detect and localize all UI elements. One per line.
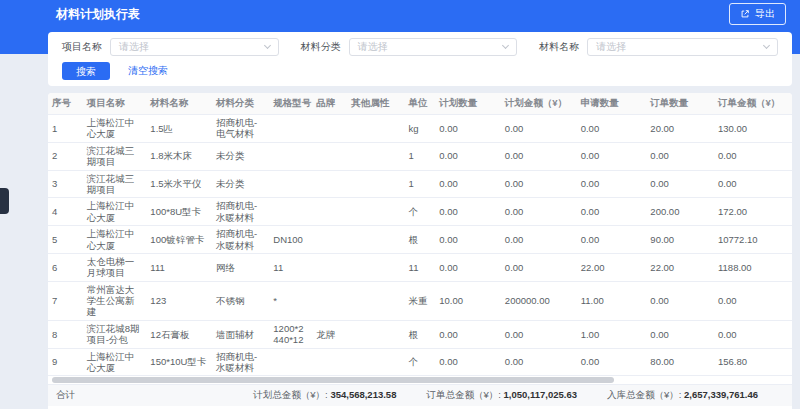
table-cell: 网络 <box>212 253 269 281</box>
table-cell: 0.00 <box>435 170 501 198</box>
table-cell: 0.00 <box>435 142 501 170</box>
table-cell: 22.00 <box>577 253 647 281</box>
table-cell: 1200*2440*12 <box>269 320 312 348</box>
table-cell: 0.00 <box>501 320 577 348</box>
table-cell: 22.00 <box>646 253 714 281</box>
table-cell: 0.00 <box>577 198 647 226</box>
table-cell <box>312 253 347 281</box>
table-row[interactable]: 6太仓电梯一月球项目111网络11110.000.0022.0022.00118… <box>48 253 792 281</box>
table-cell: 0.00 <box>646 142 714 170</box>
table-cell: 1 <box>405 142 436 170</box>
table-cell: 172.00 <box>714 198 792 226</box>
column-header: 计划金额（¥） <box>501 93 577 115</box>
column-header: 序号 <box>48 93 83 115</box>
table-cell <box>269 115 312 143</box>
table-cell: 1188.00 <box>714 253 792 281</box>
horizontal-scrollbar[interactable] <box>50 377 790 383</box>
table-cell: 0.00 <box>577 115 647 143</box>
material-category-filter: 材料分类 请选择 <box>301 38 540 56</box>
plan-total-label: 计划总金额（¥）: <box>253 389 327 400</box>
summary-row: 合计 计划总金额（¥）: 354,568,213.58 订单总金额（¥）: 1,… <box>48 384 792 406</box>
table-cell: 0.00 <box>646 320 714 348</box>
table-cell: 4 <box>48 198 83 226</box>
table-cell: 招商机电-水暖材料 <box>212 226 269 254</box>
table-cell <box>312 115 347 143</box>
column-header: 订单数量 <box>646 93 714 115</box>
table-cell: 90.00 <box>646 226 714 254</box>
material-category-select[interactable]: 请选择 <box>349 38 518 56</box>
table-cell: 3 <box>48 170 83 198</box>
table-cell: 80.00 <box>646 348 714 376</box>
horizontal-scrollbar-thumb[interactable] <box>52 377 614 383</box>
table-cell: 0.00 <box>501 226 577 254</box>
export-icon <box>740 9 750 19</box>
table-cell: 未分类 <box>212 142 269 170</box>
table-cell: 根 <box>405 320 436 348</box>
table-cell: 0.00 <box>435 198 501 226</box>
table-cell <box>347 348 404 376</box>
table-cell: 上海松江中心大厦 <box>83 198 147 226</box>
table-cell: 111 <box>146 253 212 281</box>
table-cell: 0.00 <box>501 142 577 170</box>
main-content: 项目名称 请选择 材料分类 请选择 材料名称 请选择 <box>48 32 792 409</box>
table-cell <box>347 115 404 143</box>
table-cell: 6 <box>48 253 83 281</box>
table-row[interactable]: 2滨江花城三期项目1.8米木床未分类10.000.000.000.000.00 <box>48 142 792 170</box>
search-button[interactable]: 搜索 <box>62 62 110 80</box>
table-cell <box>347 170 404 198</box>
materials-table: 序号项目名称材料名称材料分类规格型号品牌其他属性单位计划数量计划金额（¥）申请数… <box>48 93 792 376</box>
table-cell: 招商机电-水暖材料 <box>212 198 269 226</box>
table-cell: 0.00 <box>577 170 647 198</box>
table-row[interactable]: 1上海松江中心大厦1.5匹招商机电-电气材料kg0.000.000.0020.0… <box>48 115 792 143</box>
table-cell <box>347 281 404 320</box>
column-header: 品牌 <box>312 93 347 115</box>
project-name-filter: 项目名称 请选择 <box>62 38 301 56</box>
page-title: 材料计划执行表 <box>56 6 140 23</box>
column-header: 材料分类 <box>212 93 269 115</box>
summary-totals: 计划总金额（¥）: 354,568,213.58 订单总金额（¥）: 1,050… <box>253 389 784 402</box>
filter-row: 项目名称 请选择 材料分类 请选择 材料名称 请选择 <box>62 38 778 56</box>
project-name-select[interactable]: 请选择 <box>110 38 279 56</box>
table-row[interactable]: 3滨江花城三期项目1.5米水平仪未分类10.000.000.000.000.00 <box>48 170 792 198</box>
table-cell: 不锈钢 <box>212 281 269 320</box>
order-total-value: 1,050,117,025.63 <box>504 389 577 400</box>
table-cell: 200000.00 <box>501 281 577 320</box>
material-name-label: 材料名称 <box>539 40 579 54</box>
table-cell: * <box>269 281 312 320</box>
table-row[interactable]: 5上海松江中心大厦100镀锌管卡招商机电-水暖材料DN100根0.000.000… <box>48 226 792 254</box>
table-body: 1上海松江中心大厦1.5匹招商机电-电气材料kg0.000.000.0020.0… <box>48 115 792 376</box>
table-cell: 150*10U型卡 <box>146 348 212 376</box>
table-cell <box>312 281 347 320</box>
table-row[interactable]: 7常州富达大学生公寓新建123不锈钢*米重10.00200000.0011.00… <box>48 281 792 320</box>
table-cell: 0.00 <box>501 115 577 143</box>
sidebar-collapse-handle[interactable] <box>0 188 9 214</box>
table-cell: 龙牌 <box>312 320 347 348</box>
column-header: 其他属性 <box>347 93 404 115</box>
table-row[interactable]: 8滨江花城8期项目-分包12石膏板墙面辅材1200*2440*12龙牌根0.00… <box>48 320 792 348</box>
table-cell: kg <box>405 115 436 143</box>
table-cell: 上海松江中心大厦 <box>83 115 147 143</box>
table-row[interactable]: 9上海松江中心大厦150*10U型卡招商机电-水暖材料个0.000.000.00… <box>48 348 792 376</box>
chevron-down-icon <box>264 42 271 49</box>
table-cell: 156.80 <box>714 348 792 376</box>
app-header: 材料计划执行表 导出 <box>0 0 800 28</box>
table-cell: 1 <box>405 170 436 198</box>
table-cell: 0.00 <box>714 320 792 348</box>
table-cell: 滨江花城三期项目 <box>83 142 147 170</box>
table-cell: 100镀锌管卡 <box>146 226 212 254</box>
export-button[interactable]: 导出 <box>729 3 786 25</box>
table-cell: 8 <box>48 320 83 348</box>
table-row[interactable]: 4上海松江中心大厦100*8U型卡招商机电-水暖材料个0.000.000.002… <box>48 198 792 226</box>
table-cell: 根 <box>405 226 436 254</box>
column-header: 订单金额（¥） <box>714 93 792 115</box>
material-name-placeholder: 请选择 <box>596 40 764 54</box>
export-button-label: 导出 <box>755 7 775 21</box>
material-category-label: 材料分类 <box>301 40 341 54</box>
table-cell: 5 <box>48 226 83 254</box>
table-cell <box>312 226 347 254</box>
chevron-down-icon <box>763 42 770 49</box>
clear-search-link[interactable]: 清空搜索 <box>128 64 168 78</box>
material-name-select[interactable]: 请选择 <box>587 38 778 56</box>
table-cell: 123 <box>146 281 212 320</box>
table-cell: 0.00 <box>435 348 501 376</box>
